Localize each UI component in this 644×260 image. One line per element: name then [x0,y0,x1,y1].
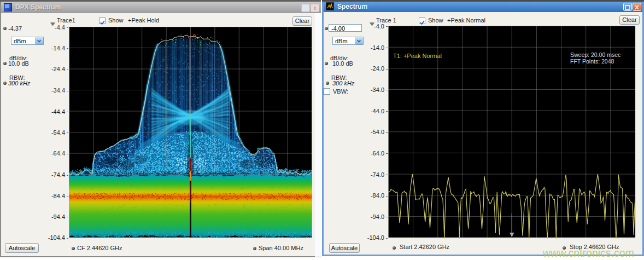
svg-text:T1: +Peak Normal: T1: +Peak Normal [393,53,442,59]
svg-text:FFT Points: 2048: FFT Points: 2048 [570,58,614,65]
svg-text:Sweep: 20.00 msec: Sweep: 20.00 msec [570,51,620,58]
